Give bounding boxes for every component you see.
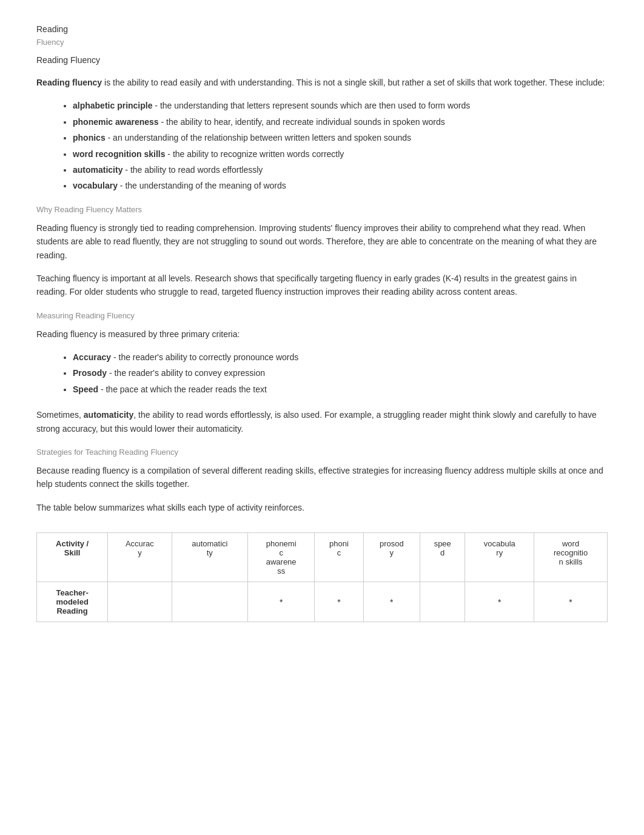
skills-list: alphabetic principle - the understanding…	[73, 99, 608, 192]
skill-text: - the ability to read words effortlessly	[122, 165, 263, 175]
skill-bold: automaticity	[73, 165, 122, 175]
col-header-vocabulary: vocabulary	[465, 533, 534, 582]
list-item: word recognition skills - the ability to…	[73, 147, 608, 161]
intro-bold: Reading fluency	[36, 78, 102, 87]
list-item: vocabulary - the understanding of the me…	[73, 179, 608, 192]
criteria-list: Accuracy - the reader's ability to corre…	[73, 350, 608, 396]
col-header-activity-skill: Activity /Skill	[37, 533, 108, 582]
section1-heading: Why Reading Fluency Matters	[36, 205, 608, 214]
cell-prosody: *	[363, 582, 420, 622]
table-row: Teacher-modeledReading * * * * *	[37, 582, 608, 622]
skill-text: - the understanding of the meaning of wo…	[118, 181, 286, 190]
section2-followup: Sometimes, automaticity, the ability to …	[36, 408, 608, 435]
col-header-prosody: prosody	[363, 533, 420, 582]
section3-para1: Because reading fluency is a compilation…	[36, 464, 608, 491]
list-item: alphabetic principle - the understanding…	[73, 99, 608, 112]
page-title: Reading Fluency	[36, 55, 608, 65]
list-item: phonics - an understanding of the relati…	[73, 131, 608, 144]
followup-prefix: Sometimes,	[36, 410, 84, 420]
criteria-text: - the pace at which the reader reads the…	[98, 384, 267, 394]
list-item: Accuracy - the reader's ability to corre…	[73, 350, 608, 364]
section3-heading: Strategies for Teaching Reading Fluency	[36, 448, 608, 457]
section1-para2: Teaching fluency is important at all lev…	[36, 272, 608, 299]
cell-automaticity	[172, 582, 248, 622]
col-header-accuracy: Accuracy	[108, 533, 172, 582]
skills-table-container: Activity /Skill Accuracy automaticity ph…	[36, 532, 608, 622]
col-header-word-recognition: wordrecognition skills	[534, 533, 608, 582]
followup-bold: automaticity	[84, 410, 133, 420]
skill-bold: alphabetic principle	[73, 101, 152, 110]
cell-word-recognition: *	[534, 582, 608, 622]
list-item: automaticity - the ability to read words…	[73, 163, 608, 176]
section2-heading: Measuring Reading Fluency	[36, 311, 608, 320]
skill-text: - the understanding that letters represe…	[152, 101, 470, 110]
col-header-phonemic-awareness: phonemicawareness	[248, 533, 315, 582]
criteria-text: - the reader's ability to convey express…	[107, 368, 265, 378]
skill-bold: phonics	[73, 133, 106, 143]
skill-bold: word recognition skills	[73, 149, 165, 159]
skill-bold: phonemic awareness	[73, 117, 159, 127]
cell-phonics: *	[315, 582, 363, 622]
cell-accuracy	[108, 582, 172, 622]
col-header-speed: speed	[420, 533, 465, 582]
skill-bold: vocabulary	[73, 181, 118, 190]
cell-speed	[420, 582, 465, 622]
cell-phonemic-awareness: *	[248, 582, 315, 622]
col-header-automaticity: automaticity	[172, 533, 248, 582]
row-label-teacher-modeled: Teacher-modeledReading	[37, 582, 108, 622]
intro-paragraph: Reading fluency is the ability to read e…	[36, 76, 608, 89]
skill-text: - the ability to hear, identify, and rec…	[159, 117, 445, 127]
list-item: Prosody - the reader's ability to convey…	[73, 366, 608, 380]
section3-para2: The table below summarizes what skills e…	[36, 501, 608, 514]
skills-table: Activity /Skill Accuracy automaticity ph…	[36, 532, 608, 622]
intro-body: is the ability to read easily and with u…	[102, 78, 605, 87]
breadcrumb-reading: Reading	[36, 24, 608, 34]
criteria-bold: Prosody	[73, 368, 107, 378]
criteria-bold: Speed	[73, 384, 98, 394]
criteria-text: - the reader's ability to correctly pron…	[111, 352, 298, 362]
skill-text: - the ability to recognize written words…	[165, 149, 344, 159]
cell-vocabulary: *	[465, 582, 534, 622]
col-header-phonics: phonic	[315, 533, 363, 582]
breadcrumb-fluency: Fluency	[36, 38, 608, 47]
criteria-bold: Accuracy	[73, 352, 111, 362]
skill-text: - an understanding of the relationship b…	[106, 133, 411, 143]
list-item: phonemic awareness - the ability to hear…	[73, 115, 608, 129]
list-item: Speed - the pace at which the reader rea…	[73, 383, 608, 396]
section1-para1: Reading fluency is strongly tied to read…	[36, 221, 608, 262]
section2-intro: Reading fluency is measured by three pri…	[36, 327, 608, 341]
